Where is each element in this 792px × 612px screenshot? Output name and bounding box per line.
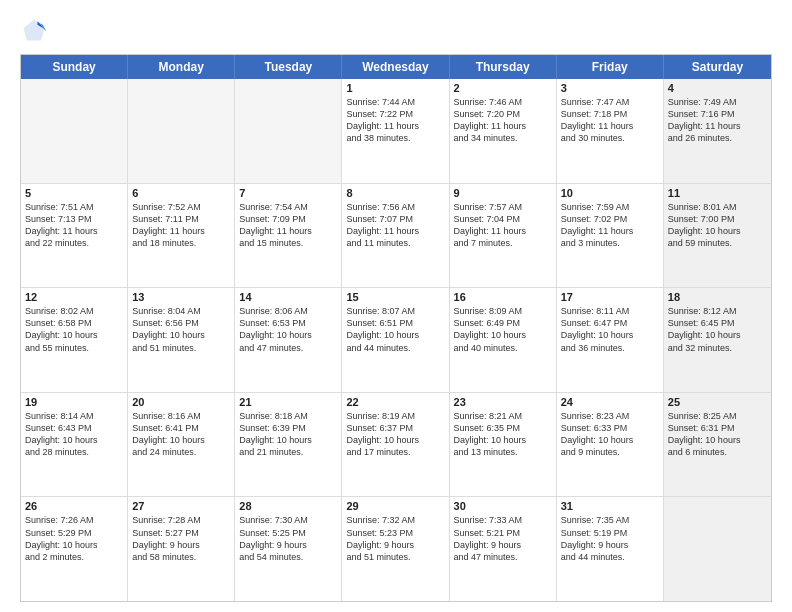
day-number: 22	[346, 396, 444, 408]
cell-info-text: Sunrise: 7:56 AM Sunset: 7:07 PM Dayligh…	[346, 201, 444, 250]
calendar-cell-1: 1Sunrise: 7:44 AM Sunset: 7:22 PM Daylig…	[342, 79, 449, 183]
day-number: 6	[132, 187, 230, 199]
calendar-cell-22: 22Sunrise: 8:19 AM Sunset: 6:37 PM Dayli…	[342, 393, 449, 497]
cell-info-text: Sunrise: 8:16 AM Sunset: 6:41 PM Dayligh…	[132, 410, 230, 459]
calendar-cell-empty-4-6	[664, 497, 771, 601]
cell-info-text: Sunrise: 7:47 AM Sunset: 7:18 PM Dayligh…	[561, 96, 659, 145]
header	[20, 16, 772, 44]
day-number: 7	[239, 187, 337, 199]
cell-info-text: Sunrise: 8:18 AM Sunset: 6:39 PM Dayligh…	[239, 410, 337, 459]
svg-marker-0	[24, 20, 45, 41]
day-number: 21	[239, 396, 337, 408]
day-number: 28	[239, 500, 337, 512]
calendar-cell-15: 15Sunrise: 8:07 AM Sunset: 6:51 PM Dayli…	[342, 288, 449, 392]
calendar-cell-24: 24Sunrise: 8:23 AM Sunset: 6:33 PM Dayli…	[557, 393, 664, 497]
day-number: 4	[668, 82, 767, 94]
day-number: 18	[668, 291, 767, 303]
calendar-cell-4: 4Sunrise: 7:49 AM Sunset: 7:16 PM Daylig…	[664, 79, 771, 183]
weekday-header-wednesday: Wednesday	[342, 55, 449, 79]
calendar-cell-25: 25Sunrise: 8:25 AM Sunset: 6:31 PM Dayli…	[664, 393, 771, 497]
day-number: 9	[454, 187, 552, 199]
calendar-header: SundayMondayTuesdayWednesdayThursdayFrid…	[21, 55, 771, 79]
calendar-cell-8: 8Sunrise: 7:56 AM Sunset: 7:07 PM Daylig…	[342, 184, 449, 288]
weekday-header-friday: Friday	[557, 55, 664, 79]
cell-info-text: Sunrise: 7:32 AM Sunset: 5:23 PM Dayligh…	[346, 514, 444, 563]
day-number: 23	[454, 396, 552, 408]
weekday-header-sunday: Sunday	[21, 55, 128, 79]
cell-info-text: Sunrise: 8:01 AM Sunset: 7:00 PM Dayligh…	[668, 201, 767, 250]
cell-info-text: Sunrise: 7:49 AM Sunset: 7:16 PM Dayligh…	[668, 96, 767, 145]
calendar-cell-14: 14Sunrise: 8:06 AM Sunset: 6:53 PM Dayli…	[235, 288, 342, 392]
calendar-cell-21: 21Sunrise: 8:18 AM Sunset: 6:39 PM Dayli…	[235, 393, 342, 497]
cell-info-text: Sunrise: 7:44 AM Sunset: 7:22 PM Dayligh…	[346, 96, 444, 145]
day-number: 24	[561, 396, 659, 408]
cell-info-text: Sunrise: 8:02 AM Sunset: 6:58 PM Dayligh…	[25, 305, 123, 354]
day-number: 26	[25, 500, 123, 512]
calendar-cell-7: 7Sunrise: 7:54 AM Sunset: 7:09 PM Daylig…	[235, 184, 342, 288]
cell-info-text: Sunrise: 7:51 AM Sunset: 7:13 PM Dayligh…	[25, 201, 123, 250]
calendar-cell-3: 3Sunrise: 7:47 AM Sunset: 7:18 PM Daylig…	[557, 79, 664, 183]
day-number: 16	[454, 291, 552, 303]
cell-info-text: Sunrise: 8:11 AM Sunset: 6:47 PM Dayligh…	[561, 305, 659, 354]
day-number: 29	[346, 500, 444, 512]
cell-info-text: Sunrise: 8:14 AM Sunset: 6:43 PM Dayligh…	[25, 410, 123, 459]
weekday-header-tuesday: Tuesday	[235, 55, 342, 79]
calendar-cell-19: 19Sunrise: 8:14 AM Sunset: 6:43 PM Dayli…	[21, 393, 128, 497]
cell-info-text: Sunrise: 7:33 AM Sunset: 5:21 PM Dayligh…	[454, 514, 552, 563]
calendar-cell-2: 2Sunrise: 7:46 AM Sunset: 7:20 PM Daylig…	[450, 79, 557, 183]
calendar-row-2: 12Sunrise: 8:02 AM Sunset: 6:58 PM Dayli…	[21, 288, 771, 393]
cell-info-text: Sunrise: 7:59 AM Sunset: 7:02 PM Dayligh…	[561, 201, 659, 250]
day-number: 1	[346, 82, 444, 94]
calendar-cell-13: 13Sunrise: 8:04 AM Sunset: 6:56 PM Dayli…	[128, 288, 235, 392]
cell-info-text: Sunrise: 8:19 AM Sunset: 6:37 PM Dayligh…	[346, 410, 444, 459]
calendar-cell-30: 30Sunrise: 7:33 AM Sunset: 5:21 PM Dayli…	[450, 497, 557, 601]
cell-info-text: Sunrise: 8:09 AM Sunset: 6:49 PM Dayligh…	[454, 305, 552, 354]
cell-info-text: Sunrise: 8:06 AM Sunset: 6:53 PM Dayligh…	[239, 305, 337, 354]
cell-info-text: Sunrise: 7:52 AM Sunset: 7:11 PM Dayligh…	[132, 201, 230, 250]
day-number: 20	[132, 396, 230, 408]
calendar-cell-27: 27Sunrise: 7:28 AM Sunset: 5:27 PM Dayli…	[128, 497, 235, 601]
day-number: 13	[132, 291, 230, 303]
day-number: 15	[346, 291, 444, 303]
calendar-cell-26: 26Sunrise: 7:26 AM Sunset: 5:29 PM Dayli…	[21, 497, 128, 601]
calendar-cell-5: 5Sunrise: 7:51 AM Sunset: 7:13 PM Daylig…	[21, 184, 128, 288]
day-number: 3	[561, 82, 659, 94]
calendar-cell-17: 17Sunrise: 8:11 AM Sunset: 6:47 PM Dayli…	[557, 288, 664, 392]
day-number: 19	[25, 396, 123, 408]
cell-info-text: Sunrise: 7:54 AM Sunset: 7:09 PM Dayligh…	[239, 201, 337, 250]
day-number: 11	[668, 187, 767, 199]
calendar-cell-10: 10Sunrise: 7:59 AM Sunset: 7:02 PM Dayli…	[557, 184, 664, 288]
cell-info-text: Sunrise: 8:21 AM Sunset: 6:35 PM Dayligh…	[454, 410, 552, 459]
calendar-cell-9: 9Sunrise: 7:57 AM Sunset: 7:04 PM Daylig…	[450, 184, 557, 288]
logo	[20, 16, 52, 44]
cell-info-text: Sunrise: 7:57 AM Sunset: 7:04 PM Dayligh…	[454, 201, 552, 250]
day-number: 2	[454, 82, 552, 94]
cell-info-text: Sunrise: 8:07 AM Sunset: 6:51 PM Dayligh…	[346, 305, 444, 354]
calendar-cell-16: 16Sunrise: 8:09 AM Sunset: 6:49 PM Dayli…	[450, 288, 557, 392]
day-number: 17	[561, 291, 659, 303]
weekday-header-saturday: Saturday	[664, 55, 771, 79]
page: SundayMondayTuesdayWednesdayThursdayFrid…	[0, 0, 792, 612]
weekday-header-monday: Monday	[128, 55, 235, 79]
day-number: 8	[346, 187, 444, 199]
calendar-cell-6: 6Sunrise: 7:52 AM Sunset: 7:11 PM Daylig…	[128, 184, 235, 288]
calendar-cell-empty-0-1	[128, 79, 235, 183]
calendar-cell-empty-0-2	[235, 79, 342, 183]
calendar-cell-12: 12Sunrise: 8:02 AM Sunset: 6:58 PM Dayli…	[21, 288, 128, 392]
day-number: 14	[239, 291, 337, 303]
cell-info-text: Sunrise: 8:04 AM Sunset: 6:56 PM Dayligh…	[132, 305, 230, 354]
cell-info-text: Sunrise: 7:28 AM Sunset: 5:27 PM Dayligh…	[132, 514, 230, 563]
calendar-cell-18: 18Sunrise: 8:12 AM Sunset: 6:45 PM Dayli…	[664, 288, 771, 392]
calendar-cell-11: 11Sunrise: 8:01 AM Sunset: 7:00 PM Dayli…	[664, 184, 771, 288]
calendar-cell-empty-0-0	[21, 79, 128, 183]
calendar-row-1: 5Sunrise: 7:51 AM Sunset: 7:13 PM Daylig…	[21, 184, 771, 289]
day-number: 12	[25, 291, 123, 303]
calendar-row-4: 26Sunrise: 7:26 AM Sunset: 5:29 PM Dayli…	[21, 497, 771, 601]
calendar: SundayMondayTuesdayWednesdayThursdayFrid…	[20, 54, 772, 602]
cell-info-text: Sunrise: 8:23 AM Sunset: 6:33 PM Dayligh…	[561, 410, 659, 459]
calendar-cell-29: 29Sunrise: 7:32 AM Sunset: 5:23 PM Dayli…	[342, 497, 449, 601]
cell-info-text: Sunrise: 8:12 AM Sunset: 6:45 PM Dayligh…	[668, 305, 767, 354]
day-number: 27	[132, 500, 230, 512]
calendar-row-3: 19Sunrise: 8:14 AM Sunset: 6:43 PM Dayli…	[21, 393, 771, 498]
day-number: 5	[25, 187, 123, 199]
